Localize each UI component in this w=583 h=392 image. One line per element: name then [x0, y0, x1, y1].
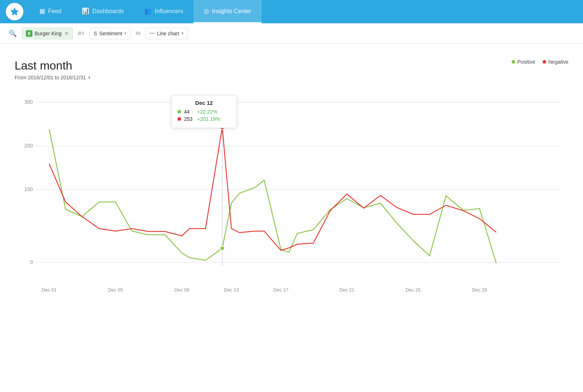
chart-wrapper: Dec 12 44 +22.22% 253 +201.19%: [15, 88, 568, 313]
chart-title: Last month: [15, 59, 568, 72]
search-icon[interactable]: 🔍: [9, 29, 17, 37]
svg-text:Dec 13: Dec 13: [224, 287, 239, 293]
svg-text:Dec 05: Dec 05: [108, 287, 123, 293]
nav-item-insights-center[interactable]: ◎ Insights Center: [193, 0, 262, 23]
insights-icon: ◎: [204, 7, 209, 15]
legend-positive-dot: [512, 60, 515, 64]
svg-text:Dec 01: Dec 01: [42, 287, 56, 293]
legend-negative: Negative: [543, 59, 568, 65]
svg-text:300: 300: [24, 99, 33, 105]
svg-text:200: 200: [24, 143, 33, 149]
in-label: IN: [134, 31, 142, 36]
positive-tooltip-dot: [220, 246, 224, 250]
svg-text:Dec 21: Dec 21: [339, 287, 354, 293]
svg-text:Dec 25: Dec 25: [406, 287, 420, 293]
brand-tag-close[interactable]: ✕: [64, 31, 69, 36]
chart-type-chevron-icon: ▾: [181, 31, 184, 36]
feed-icon: ▦: [39, 7, 45, 15]
positive-line: [49, 129, 496, 263]
svg-text:Dec 09: Dec 09: [174, 287, 189, 293]
chart-legend: Positive Negative: [512, 59, 568, 65]
chart-container: Positive Negative Last month From 2016/1…: [15, 59, 568, 313]
legend-negative-dot: [543, 60, 546, 64]
date-range-chevron-icon[interactable]: ▾: [88, 75, 90, 80]
sentiment-chevron-icon: ▾: [124, 31, 126, 36]
chart-type-dropdown[interactable]: 〰 Line chart ▾: [145, 28, 187, 39]
sentiment-dropdown[interactable]: S Sentiment ▾: [90, 28, 130, 39]
nav-item-influencers[interactable]: 👥 Influencers: [134, 0, 193, 23]
dashboards-icon: 📊: [82, 7, 89, 15]
main-content: Positive Negative Last month From 2016/1…: [0, 44, 583, 325]
chart-type-icon: 〰: [149, 31, 154, 36]
brand-filter-tag[interactable]: B Burger King ✕: [22, 28, 73, 39]
navbar: ▦ Feed 📊 Dashboards 👥 Influencers ◎ Insi…: [0, 0, 583, 23]
chart-subtitle: From 2016/12/01 to 2016/12/31 ▾: [15, 75, 568, 80]
svg-marker-0: [10, 7, 19, 15]
svg-text:0: 0: [30, 259, 33, 265]
nav-logo: [6, 3, 23, 20]
sentiment-icon: S: [94, 31, 97, 36]
svg-text:Dec 17: Dec 17: [273, 287, 288, 293]
influencers-icon: 👥: [144, 7, 152, 15]
by-label: BY: [77, 31, 86, 36]
nav-item-feed[interactable]: ▦ Feed: [29, 0, 71, 23]
filter-bar: 🔍 B Burger King ✕ BY S Sentiment ▾ IN 〰 …: [0, 23, 583, 44]
brand-tag-icon: B: [26, 30, 32, 37]
svg-text:Dec 29: Dec 29: [472, 287, 487, 293]
svg-text:100: 100: [24, 186, 33, 192]
nav-item-dashboards[interactable]: 📊 Dashboards: [71, 0, 134, 23]
legend-positive: Positive: [512, 59, 535, 65]
line-chart-svg[interactable]: 300 200 100 0 Dec 01 Dec 05 Dec 09 Dec 1…: [15, 88, 568, 313]
negative-tooltip-dot: [220, 125, 224, 130]
